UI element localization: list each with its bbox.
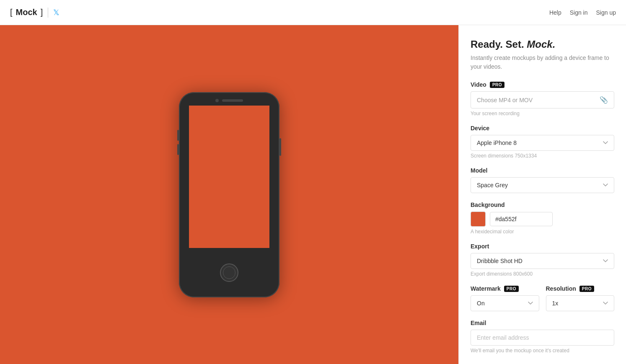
phone-home-area — [220, 248, 238, 297]
title-italic: Mock. — [527, 39, 555, 50]
color-input[interactable] — [490, 212, 553, 226]
video-hint: Your screen recording — [471, 111, 614, 116]
device-field-group: Device Apple iPhone 8 Screen dimensions … — [471, 125, 614, 159]
model-label: Model — [471, 167, 614, 174]
background-field-group: Background A hexidecimal color — [471, 201, 614, 235]
device-select[interactable]: Apple iPhone 8 — [471, 135, 614, 151]
resolution-label: Resolution PRO — [546, 285, 615, 292]
sign-in-link[interactable]: Sign in — [570, 9, 588, 16]
phone-top-bar — [179, 92, 279, 102]
background-row — [471, 212, 614, 227]
header-divider — [48, 8, 48, 18]
email-label: Email — [471, 320, 614, 326]
phone-mockup — [179, 92, 279, 297]
export-label: Export — [471, 243, 614, 250]
sidebar-subtitle: Instantly create mockups by adding a dev… — [471, 54, 614, 71]
volume-down-button — [177, 144, 179, 155]
sign-up-link[interactable]: Sign up — [596, 9, 616, 16]
resolution-pro-badge: PRO — [579, 286, 594, 292]
video-field-group: Video PRO Choose MP4 or MOV 📎 Your scree… — [471, 81, 614, 116]
resolution-field-group: Resolution PRO 1x — [546, 285, 615, 311]
video-upload-button[interactable]: Choose MP4 or MOV 📎 — [471, 91, 614, 108]
clip-icon: 📎 — [600, 96, 608, 104]
phone-speaker — [222, 99, 243, 102]
dual-row-watermark-resolution: Watermark PRO On Resolution PRO 1x — [471, 285, 614, 320]
header-nav: Help Sign in Sign up — [549, 9, 616, 16]
watermark-label: Watermark PRO — [471, 285, 539, 292]
device-label: Device — [471, 125, 614, 132]
phone-screen — [189, 106, 269, 248]
phone-camera — [215, 99, 219, 102]
twitter-icon[interactable]: 𝕏 — [53, 8, 59, 17]
export-select[interactable]: Dribbble Shot HD — [471, 253, 614, 269]
sidebar: Ready. Set. Mock. Instantly create mocku… — [458, 25, 626, 364]
device-hint: Screen dimensions 750x1334 — [471, 153, 614, 159]
watermark-field-group: Watermark PRO On — [471, 285, 539, 311]
color-swatch[interactable] — [471, 212, 486, 227]
help-link[interactable]: Help — [549, 9, 561, 16]
logo[interactable]: [ Mock ] — [10, 8, 43, 17]
sidebar-title: Ready. Set. Mock. — [471, 39, 614, 50]
main-layout: Ready. Set. Mock. Instantly create mocku… — [0, 25, 626, 364]
email-input[interactable] — [471, 330, 614, 346]
background-label: Background — [471, 201, 614, 208]
bracket-open-icon: [ — [10, 8, 13, 17]
resolution-select[interactable]: 1x — [546, 295, 615, 311]
preview-area — [0, 25, 458, 364]
phone-home-button-inner — [223, 266, 235, 279]
volume-up-button — [177, 130, 179, 141]
watermark-select[interactable]: On — [471, 295, 539, 311]
app-header: [ Mock ] 𝕏 Help Sign in Sign up — [0, 0, 626, 25]
export-field-group: Export Dribbble Shot HD Export dimension… — [471, 243, 614, 277]
background-hint: A hexidecimal color — [471, 229, 614, 235]
model-select[interactable]: Space Grey — [471, 177, 614, 193]
email-hint: We'll email you the mockup once it's cre… — [471, 348, 614, 354]
power-button — [279, 138, 281, 156]
title-static: Ready. Set. — [471, 39, 527, 50]
logo-text: Mock — [16, 8, 37, 17]
export-hint: Export dimensions 800x600 — [471, 271, 614, 277]
bracket-close-icon: ] — [41, 8, 43, 17]
video-pro-badge: PRO — [490, 82, 504, 88]
video-placeholder-text: Choose MP4 or MOV — [477, 97, 533, 103]
video-label: Video PRO — [471, 81, 614, 88]
phone-home-button[interactable] — [220, 263, 238, 282]
watermark-pro-badge: PRO — [504, 286, 519, 292]
email-field-group: Email We'll email you the mockup once it… — [471, 320, 614, 354]
model-field-group: Model Space Grey — [471, 167, 614, 193]
